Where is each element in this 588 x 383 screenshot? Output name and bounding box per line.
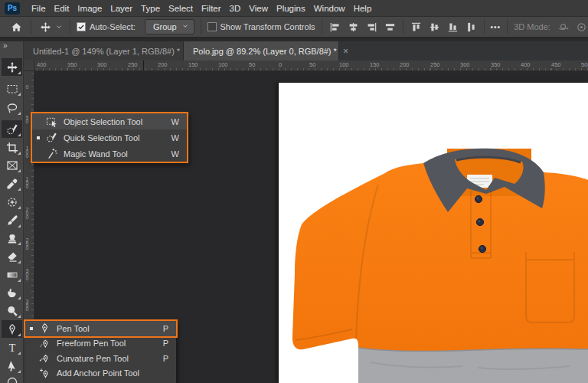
ruler-tick-label: 0 [24, 84, 30, 88]
3d-mode-buttons [557, 21, 588, 34]
chevron-down-icon[interactable] [54, 23, 64, 31]
tab-polo-jpg[interactable]: Polo.jpg @ 89.2% (Layer 0, RGB/8#) * × [184, 41, 339, 61]
smudge-tool[interactable] [2, 283, 22, 301]
menu-select[interactable]: Select [168, 4, 193, 13]
tab-untitled-1[interactable]: Untitled-1 @ 149% (Layer 1, RGB/8#) * × [24, 41, 184, 61]
auto-select-target-dropdown[interactable]: Group [145, 19, 194, 34]
ruler-tick-label: 100 [339, 61, 349, 68]
lasso-tool[interactable] [2, 99, 22, 116]
path-selection-tool[interactable] [2, 357, 22, 375]
eyedropper-tool[interactable] [2, 175, 22, 192]
menu-type[interactable]: Type [141, 4, 160, 13]
move-tool-icon[interactable] [38, 21, 53, 33]
ruler-tick-label: 0 [279, 61, 282, 68]
ruler-tick-label: 50 [24, 115, 30, 123]
horizontal-ruler[interactable]: 4003503002502001501005005010015020025030… [34, 61, 588, 71]
ruler-tick-label: 200 [400, 61, 410, 68]
ruler-tick-label: 200 [24, 207, 30, 218]
chevron-down-icon [181, 22, 189, 31]
crop-tool[interactable] [2, 139, 22, 156]
close-icon[interactable]: × [343, 46, 348, 57]
menu-bar: Ps FileEditImageLayerTypeSelectFilter3DV… [0, 0, 588, 17]
shortcut-key: W [172, 133, 179, 142]
spot-healing-brush-tool[interactable] [2, 193, 22, 211]
menu-item-pen-tool[interactable]: Pen ToolP [25, 321, 176, 336]
3d-mode-label: 3D Mode: [514, 22, 550, 31]
menu-item-object-selection-tool[interactable]: Object Selection ToolW [32, 113, 187, 129]
menu-edit[interactable]: Edit [54, 4, 70, 13]
svg-text:T: T [8, 342, 15, 354]
photoshop-logo-icon[interactable]: Ps [5, 2, 20, 15]
orbit-3d-camera-button[interactable] [557, 21, 570, 34]
menu-view[interactable]: View [249, 4, 268, 13]
canvas[interactable] [279, 83, 588, 383]
roll-3d-camera-button[interactable] [575, 21, 588, 34]
menu-item-label: Pen Tool [57, 324, 152, 333]
menu-help[interactable]: Help [354, 4, 372, 13]
align-left-edges-button[interactable] [328, 21, 341, 34]
divider [70, 19, 70, 34]
shape-tool[interactable] [2, 373, 22, 383]
show-transform-checkbox[interactable] [207, 22, 217, 31]
ruler-tick-label: 250 [128, 61, 138, 68]
menu-item-label: Curvature Pen Tool [57, 354, 152, 363]
tab-label: Polo.jpg @ 89.2% (Layer 0, RGB/8#) * [193, 47, 337, 56]
move-tool[interactable] [2, 58, 22, 76]
menu-item-label: Freeform Pen Tool [57, 339, 152, 348]
more-options-button[interactable]: ••• [491, 23, 501, 31]
menu-item-quick-selection-tool[interactable]: Quick Selection ToolW [32, 129, 187, 146]
clone-stamp-tool[interactable] [2, 229, 22, 247]
ruler-tick-label: 150 [24, 176, 30, 188]
menu-image[interactable]: Image [77, 4, 102, 13]
menu-window[interactable]: Window [314, 4, 345, 13]
ruler-origin-corner[interactable] [24, 61, 34, 71]
menu-items: FileEditImageLayerTypeSelectFilter3DView… [31, 4, 371, 13]
penadd-icon [38, 367, 51, 379]
distribute-vertical-centers-button[interactable] [465, 21, 478, 34]
collapse-panel-button[interactable]: » [3, 41, 8, 50]
selection-tools-flyout: Object Selection ToolWQuick Selection To… [31, 112, 188, 163]
divider [507, 19, 508, 34]
home-icon[interactable] [8, 21, 24, 33]
frame-tool[interactable] [2, 156, 22, 174]
shortcut-key: W [172, 149, 179, 159]
ruler-tick-label: 250 [24, 237, 30, 249]
pen-icon [38, 322, 51, 335]
menu-item-magic-wand-tool[interactable]: Magic Wand ToolW [32, 146, 187, 162]
shortcut-key: P [163, 324, 168, 333]
pen-tool[interactable] [2, 320, 22, 338]
options-bar: Auto-Select: Group Show Transform Contro… [0, 17, 588, 39]
tools-panel: » T [0, 41, 24, 383]
menu-plugins[interactable]: Plugins [276, 4, 305, 13]
menu-filter[interactable]: Filter [201, 4, 221, 13]
brush-tool[interactable] [2, 211, 22, 229]
dodge-tool[interactable] [2, 302, 22, 319]
menu-file[interactable]: File [31, 4, 46, 13]
distribute-horizontal-centers-button[interactable] [384, 21, 397, 34]
shortcut-key: W [172, 117, 179, 126]
quick-selection-tool[interactable] [2, 120, 22, 138]
align-vertical-centers-button[interactable] [428, 21, 441, 34]
ruler-tick-label: 400 [521, 61, 531, 68]
current-tool-marker [37, 136, 40, 139]
auto-select-checkbox[interactable] [77, 22, 86, 31]
align-top-edges-button[interactable] [410, 21, 423, 34]
menu-3d[interactable]: 3D [230, 4, 241, 13]
align-bottom-edges-button[interactable] [446, 21, 459, 34]
menu-layer[interactable]: Layer [110, 4, 132, 13]
align-right-edges-button[interactable] [365, 21, 378, 34]
menu-item-label: Magic Wand Tool [64, 149, 161, 159]
ruler-tick-label: 500 [581, 61, 588, 68]
rectangular-marquee-tool[interactable] [2, 80, 22, 97]
menu-item-freeform-pen-tool[interactable]: Freeform Pen ToolP [25, 336, 176, 352]
menu-item-curvature-pen-tool[interactable]: Curvature Pen ToolP [25, 351, 176, 366]
menu-item-add-anchor-point-tool[interactable]: Add Anchor Point Tool [25, 366, 176, 381]
ruler-tick-label: 150 [188, 61, 198, 68]
polo-shirt-image [279, 83, 588, 383]
ruler-tick-label: 100 [218, 61, 228, 68]
gradient-tool[interactable] [2, 266, 22, 283]
type-tool[interactable]: T [2, 339, 22, 356]
ruler-tick-label: 100 [24, 146, 30, 157]
eraser-tool[interactable] [2, 247, 22, 265]
align-horizontal-centers-button[interactable] [347, 21, 360, 34]
